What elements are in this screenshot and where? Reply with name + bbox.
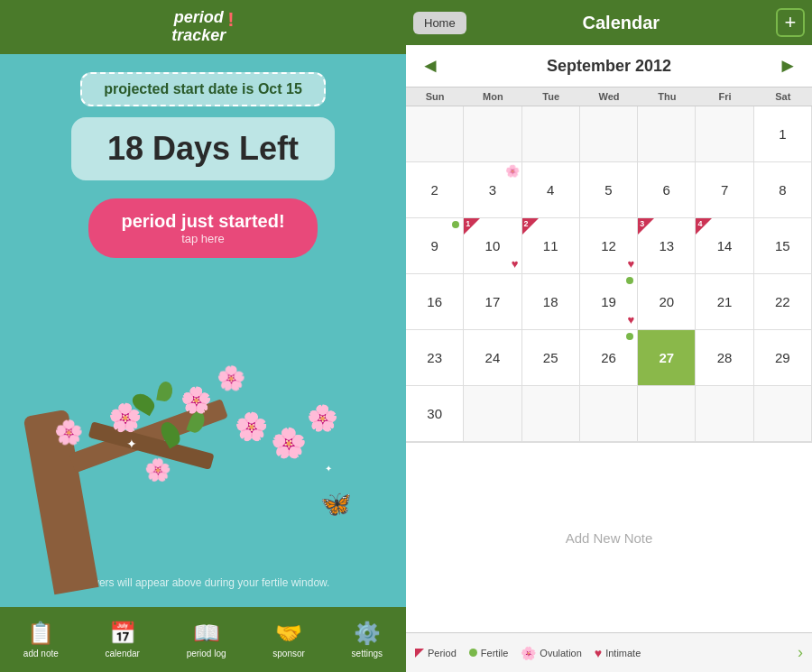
calendar-cell[interactable]: 6	[638, 162, 696, 218]
calendar-cell[interactable]: 2	[406, 162, 464, 218]
legend-intimate: ♥ Intimate	[595, 646, 641, 660]
next-month-button[interactable]: ►	[778, 54, 798, 78]
calendar-date-number: 16	[410, 294, 459, 309]
calendar-date-number: 14	[699, 238, 749, 253]
nav-period-log-label: period log	[187, 649, 226, 658]
calendar-cell[interactable]: 22	[754, 274, 812, 330]
calendar-cell[interactable]: 4	[522, 162, 580, 218]
nav-calendar[interactable]: 📅 calendar	[106, 621, 140, 658]
day-header-mon: Mon	[464, 87, 521, 106]
calendar-date-number: 1	[758, 126, 807, 142]
calendar-date-number: 8	[758, 182, 807, 198]
calendar-grid: 12🌸3456789110♥21112♥3134141516171819♥202…	[406, 106, 812, 442]
flower6: 🌸	[307, 403, 338, 433]
calendar-cell[interactable]: 🌸3	[464, 162, 521, 218]
add-event-button[interactable]: +	[776, 8, 805, 37]
nav-period-log[interactable]: 📖 period log	[187, 621, 226, 658]
calendar-cell[interactable]: 19♥	[580, 274, 638, 330]
calendar-cell[interactable]: 1	[754, 106, 812, 162]
month-title: September 2012	[547, 57, 671, 76]
calendar-cell	[638, 106, 696, 162]
app-logo: period tracker !	[171, 9, 234, 45]
nav-sponsor[interactable]: 🤝 sponsor	[272, 621, 305, 658]
day-header-sun: Sun	[406, 87, 464, 106]
calendar-cell[interactable]: 313	[638, 218, 696, 274]
calendar-cell[interactable]: 29	[754, 330, 812, 386]
period-started-button[interactable]: period just started! tap here	[88, 198, 317, 258]
calendar-cell[interactable]: 25	[522, 330, 580, 386]
legend-more-button[interactable]: ›	[798, 643, 803, 662]
flower5: 🌸	[271, 426, 307, 460]
period-log-icon: 📖	[193, 621, 220, 646]
logo-line2: tracker	[171, 27, 226, 45]
calendar-cell[interactable]: 110♥	[464, 218, 521, 274]
bottom-nav: 📋 add note 📅 calendar 📖 period log 🤝 spo…	[0, 607, 406, 672]
calendar-cell[interactable]: 12♥	[580, 218, 638, 274]
calendar-cell[interactable]: 18	[522, 274, 580, 330]
calendar-cell[interactable]: 8	[754, 162, 812, 218]
month-navigation: ◄ September 2012 ►	[406, 45, 812, 87]
calendar-date-number: 24	[467, 350, 517, 365]
calendar-date-number: 7	[699, 182, 749, 198]
calendar-cell[interactable]: 5	[580, 162, 638, 218]
butterfly-icon: 🦋	[320, 489, 352, 519]
calendar-cell[interactable]: 23	[406, 330, 464, 386]
calendar-cell[interactable]: 7	[696, 162, 753, 218]
calendar-date-number: 2	[410, 182, 459, 198]
flower3: 🌸	[217, 364, 245, 392]
days-left-text: 18 Days Left	[107, 130, 299, 167]
calendar-cell	[522, 106, 580, 162]
calendar-cell[interactable]: 30	[406, 386, 464, 442]
calendar-cell[interactable]: 26	[580, 330, 638, 386]
calendar-cell[interactable]: 9	[406, 218, 464, 274]
nav-settings[interactable]: ⚙️ settings	[352, 621, 383, 658]
legend-ovulation: 🌸 Ovulation	[521, 646, 581, 660]
period-day-number: 2	[524, 219, 529, 228]
calendar-cell	[696, 106, 753, 162]
sparkle2: ✦	[325, 464, 332, 474]
legend-ovulation-label: Ovulation	[540, 648, 581, 658]
legend-fertile-dot	[469, 649, 477, 657]
nav-add-note[interactable]: 📋 add note	[23, 621, 59, 658]
calendar-cell[interactable]: 28	[696, 330, 753, 386]
day-header-tue: Tue	[522, 87, 580, 106]
prev-month-button[interactable]: ◄	[420, 54, 440, 78]
calendar-cell	[754, 386, 812, 442]
legend-intimate-icon: ♥	[595, 646, 602, 660]
flower1: 🌸	[108, 401, 142, 433]
calendar-cell[interactable]: 414	[696, 218, 753, 274]
home-button[interactable]: Home	[413, 12, 466, 34]
calendar-date-number: 17	[467, 294, 517, 309]
calendar-date-number: 12	[584, 238, 633, 253]
day-header-thu: Thu	[638, 87, 696, 106]
calendar-cell[interactable]: 15	[754, 218, 812, 274]
right-header: Home Calendar +	[406, 0, 812, 45]
calendar-title: Calendar	[583, 13, 660, 33]
calendar-cell	[522, 386, 580, 442]
legend-bar: Period Fertile 🌸 Ovulation ♥ Intimate ›	[406, 632, 812, 672]
calendar-cell[interactable]: 17	[464, 274, 521, 330]
tree-illustration: 🌸 🌸 🌸 🌸 🌸 🌸 🌸 🌸 ✦ ✦ 🦋	[0, 266, 406, 591]
calendar-cell[interactable]: 16	[406, 274, 464, 330]
calendar-cell[interactable]: 20	[638, 274, 696, 330]
legend-period: Period	[415, 648, 457, 658]
calendar-cell	[638, 386, 696, 442]
flower8: 🌸	[144, 457, 171, 483]
intimate-heart-icon: ♥	[627, 313, 634, 327]
day-header-wed: Wed	[580, 87, 638, 106]
calendar-container: ◄ September 2012 ► Sun Mon Tue Wed Thu F…	[406, 45, 812, 632]
fertile-dot-indicator	[452, 221, 459, 228]
period-btn-sub: tap here	[121, 232, 284, 245]
calendar-cell[interactable]: 211	[522, 218, 580, 274]
calendar-cell[interactable]: 27	[638, 330, 696, 386]
logo-exclaim: !	[227, 9, 234, 31]
calendar-date-number: 23	[410, 350, 459, 365]
projected-date-text: projected start date is Oct 15	[104, 81, 302, 97]
note-section[interactable]: Add New Note	[406, 442, 812, 632]
legend-fertile: Fertile	[469, 648, 509, 658]
calendar-cell[interactable]: 21	[696, 274, 753, 330]
calendar-cell[interactable]: 24	[464, 330, 521, 386]
sponsor-icon: 🤝	[275, 621, 302, 646]
nav-settings-label: settings	[352, 649, 383, 658]
ovulation-indicator: 🌸	[505, 164, 520, 178]
